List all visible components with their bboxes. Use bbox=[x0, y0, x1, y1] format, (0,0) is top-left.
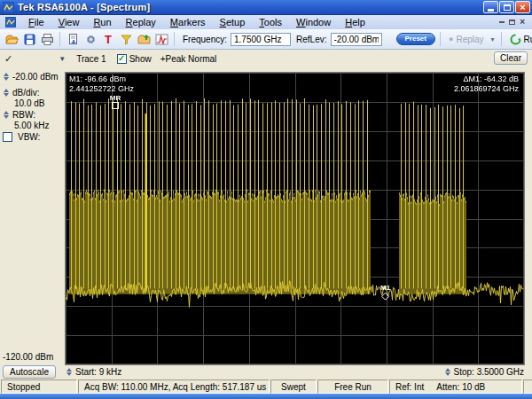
menu-item-replay[interactable]: Replay bbox=[119, 17, 163, 27]
spectrum-canvas[interactable] bbox=[65, 72, 525, 365]
menu-item-view[interactable]: View bbox=[51, 17, 87, 27]
open-file-button[interactable] bbox=[4, 31, 20, 47]
replay-icon: ● bbox=[449, 35, 453, 43]
run-icon bbox=[510, 34, 521, 45]
trigger-button[interactable]: T bbox=[100, 31, 116, 47]
preset-button[interactable]: Preset bbox=[396, 33, 435, 45]
menu-item-run[interactable]: Run bbox=[86, 17, 118, 27]
ref-level-value: -20.00 dBm bbox=[12, 72, 59, 82]
markers-button[interactable] bbox=[118, 31, 134, 47]
clear-button[interactable]: Clear bbox=[494, 51, 528, 65]
close-icon: × bbox=[520, 3, 525, 12]
db-div-control[interactable]: dB/div: bbox=[3, 88, 65, 98]
menu-bar: File View Run Replay Markers Setup Tools… bbox=[0, 15, 532, 29]
mdi-minimize-icon[interactable] bbox=[499, 21, 505, 23]
status-trigger: Free Run bbox=[317, 379, 388, 394]
menu-item-window[interactable]: Window bbox=[289, 17, 338, 27]
title-bar: Tek RSA6100A - [Spectrum] × bbox=[0, 0, 532, 15]
mdi-restore-icon[interactable] bbox=[509, 20, 515, 25]
status-acquisition: Acq BW: 110.00 MHz, Acq Length: 517.187 … bbox=[78, 379, 270, 394]
vbw-label: VBW: bbox=[18, 132, 40, 142]
replay-dropdown-icon[interactable]: ▾ bbox=[489, 35, 497, 43]
bottom-level-label: -120.00 dBm bbox=[3, 352, 63, 362]
folder-open-icon bbox=[5, 33, 19, 46]
menu-item-tools[interactable]: Tools bbox=[252, 17, 289, 27]
plot-column: M1: -96.66 dBm 2.441252722 GHz ΔM1: -64.… bbox=[65, 67, 525, 379]
vbw-control[interactable]: VBW: bbox=[3, 132, 65, 142]
print-button[interactable] bbox=[39, 31, 55, 47]
restore-button[interactable] bbox=[499, 1, 514, 13]
restore-icon bbox=[504, 4, 511, 11]
folder-arrow-icon bbox=[137, 33, 151, 46]
spinner-icon[interactable] bbox=[66, 368, 73, 376]
show-label: Show bbox=[129, 54, 152, 64]
window-bottom-border bbox=[0, 394, 532, 399]
document-app-icon bbox=[5, 17, 16, 27]
start-frequency-control[interactable]: Start: 9 kHz bbox=[66, 367, 121, 377]
rbw-control[interactable]: RBW: bbox=[3, 110, 65, 120]
mdi-controls: × bbox=[499, 18, 525, 27]
reflev-input[interactable] bbox=[331, 33, 382, 46]
reflev-label: RefLev: bbox=[296, 35, 326, 44]
left-settings-panel: -20.00 dBm dB/div: 10.0 dB RBW: 5.00 kHz… bbox=[0, 67, 65, 379]
save-icon bbox=[23, 33, 36, 46]
document-icon bbox=[66, 33, 80, 46]
menu-item-file[interactable]: File bbox=[21, 17, 51, 27]
frequency-label: Frequency: bbox=[183, 35, 227, 44]
spinner-icon[interactable] bbox=[3, 89, 10, 97]
autoscale-button[interactable]: Autoscale bbox=[3, 365, 56, 379]
status-run-state: Stopped bbox=[1, 379, 77, 394]
status-bar: Stopped Acq BW: 110.00 MHz, Acq Length: … bbox=[0, 379, 532, 394]
vbw-checkbox[interactable] bbox=[3, 132, 12, 142]
run-label: Run bbox=[524, 35, 532, 44]
delta-m1-frequency: 2.061869724 GHz bbox=[454, 84, 519, 94]
app-window: Tek RSA6100A - [Spectrum] × File View Ru… bbox=[0, 0, 532, 399]
trace-bar: ✓ ▼ Trace 1 ✓ Show +Peak Normal Clear bbox=[0, 50, 532, 67]
status-ref-atten: Ref: Int Atten: 10 dB bbox=[389, 379, 522, 394]
menu-item-markers[interactable]: Markers bbox=[163, 17, 213, 27]
delta-m1-level: ΔM1: -64.32 dB bbox=[454, 74, 519, 84]
toolbar-separator bbox=[501, 32, 502, 46]
spinner-icon[interactable] bbox=[3, 111, 10, 119]
stop-frequency-control[interactable]: Stop: 3.5000 GHz bbox=[444, 367, 525, 377]
rbw-label: RBW: bbox=[12, 110, 35, 120]
settings-button[interactable] bbox=[82, 31, 98, 47]
trace-valid-icon: ✓ bbox=[4, 53, 12, 65]
minimize-icon bbox=[488, 9, 494, 12]
frequency-input[interactable] bbox=[231, 33, 291, 46]
minimize-button[interactable] bbox=[483, 1, 498, 13]
save-button[interactable] bbox=[21, 31, 37, 47]
replay-button[interactable]: ● Replay bbox=[445, 35, 488, 44]
stop-frequency-label: Stop: 3.5000 GHz bbox=[454, 367, 525, 377]
recall-button[interactable] bbox=[136, 31, 152, 47]
ref-level-control[interactable]: -20.00 dBm bbox=[3, 72, 65, 82]
spinner-icon[interactable] bbox=[444, 368, 451, 376]
display-button[interactable] bbox=[153, 31, 169, 47]
marker-funnel-icon bbox=[120, 33, 133, 46]
spinner-icon[interactable] bbox=[3, 73, 10, 81]
mdi-close-icon[interactable]: × bbox=[520, 18, 525, 27]
menu-item-setup[interactable]: Setup bbox=[213, 17, 253, 27]
menu-item-help[interactable]: Help bbox=[338, 17, 372, 27]
m1-frequency: 2.441252722 GHz bbox=[69, 84, 134, 94]
spectrum-plot: M1: -96.66 dBm 2.441252722 GHz ΔM1: -64.… bbox=[65, 72, 525, 365]
gear-icon bbox=[84, 33, 98, 46]
replay-label: Replay bbox=[456, 35, 483, 44]
window-title: Tek RSA6100A - [Spectrum] bbox=[18, 2, 482, 12]
status-reference: Ref: Int bbox=[395, 382, 424, 392]
trigger-icon: T bbox=[105, 34, 112, 45]
run-button[interactable]: Run bbox=[506, 34, 532, 45]
signal-icon bbox=[155, 33, 168, 46]
rbw-value: 5.00 kHz bbox=[3, 121, 65, 130]
export-data-button[interactable] bbox=[65, 31, 81, 47]
frequency-range-row: Start: 9 kHz Stop: 3.5000 GHz bbox=[65, 365, 525, 379]
show-checkbox[interactable]: ✓ bbox=[117, 54, 127, 64]
trace-selector[interactable]: Trace 1 bbox=[76, 54, 106, 64]
close-button[interactable]: × bbox=[515, 1, 530, 13]
status-attenuation: Atten: 10 dB bbox=[436, 382, 485, 392]
detection-label: +Peak Normal bbox=[160, 54, 217, 64]
status-filler bbox=[523, 379, 532, 394]
toolbar-separator bbox=[59, 32, 60, 46]
trace-selector-chevron-icon[interactable]: ▼ bbox=[59, 55, 66, 63]
marker-readout-m1: M1: -96.66 dBm 2.441252722 GHz bbox=[69, 74, 134, 94]
